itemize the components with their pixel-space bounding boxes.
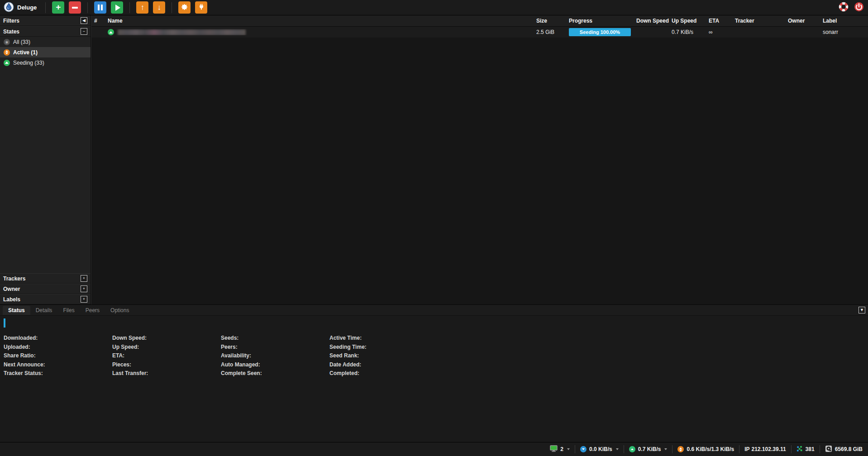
queue-up-button[interactable]: ↑ bbox=[136, 1, 148, 14]
toolbar-right-group bbox=[838, 2, 864, 13]
external-ip-indicator: IP 212.102.39.11 bbox=[739, 446, 791, 452]
connections-count: 2 bbox=[560, 446, 563, 452]
column-header-owner[interactable]: Owner bbox=[785, 18, 820, 24]
column-header-eta[interactable]: ETA bbox=[706, 18, 732, 24]
lifebuoy-icon bbox=[839, 2, 849, 13]
details-tab-bar: Status Details Files Peers Options ▼ bbox=[0, 305, 868, 316]
tab-status[interactable]: Status bbox=[3, 306, 30, 315]
filters-sidebar: Filters ◀ States − ∗ All (33) Active (1) bbox=[0, 15, 91, 304]
trackers-section-header[interactable]: Trackers + bbox=[0, 273, 91, 284]
dht-nodes-indicator[interactable]: 381 bbox=[792, 446, 820, 453]
free-space-indicator[interactable]: 6569.8 GiB bbox=[820, 445, 863, 454]
torrent-list: # Name Size Progress Down Speed Up Speed… bbox=[91, 15, 868, 304]
power-icon bbox=[854, 2, 864, 13]
sidebar-item-all[interactable]: ∗ All (33) bbox=[0, 37, 91, 47]
preferences-button[interactable] bbox=[178, 1, 191, 14]
column-header-number[interactable]: # bbox=[91, 18, 105, 24]
upload-rate-indicator[interactable]: 0.7 KiB/s bbox=[624, 446, 672, 452]
torrent-label-cell: sonarr bbox=[820, 29, 868, 35]
download-rate-indicator[interactable]: 0.0 KiB/s bbox=[575, 446, 624, 452]
updown-traffic-icon bbox=[677, 446, 684, 452]
column-header-name[interactable]: Name bbox=[105, 18, 534, 24]
states-section-header[interactable]: States − bbox=[0, 26, 91, 37]
dht-nodes-icon bbox=[796, 446, 803, 453]
collapse-sidebar-button[interactable]: ◀ bbox=[81, 17, 87, 24]
torrent-list-empty-area bbox=[91, 38, 868, 304]
plus-icon: + bbox=[83, 297, 85, 301]
help-button[interactable] bbox=[838, 2, 849, 13]
collapse-states-button[interactable]: − bbox=[81, 28, 87, 35]
tab-options[interactable]: Options bbox=[105, 306, 134, 315]
column-header-label[interactable]: Label bbox=[820, 18, 868, 24]
resume-button[interactable] bbox=[111, 1, 123, 14]
toolbar-separator bbox=[45, 2, 46, 13]
queue-down-button[interactable]: ↓ bbox=[153, 1, 165, 14]
logout-button[interactable] bbox=[854, 2, 864, 13]
minus-icon: − bbox=[83, 29, 85, 33]
column-header-down-speed[interactable]: Down Speed bbox=[634, 18, 669, 24]
app-title: Deluge bbox=[17, 4, 37, 11]
collapse-panel-button[interactable]: ▼ bbox=[858, 307, 865, 314]
tab-files[interactable]: Files bbox=[57, 306, 80, 315]
field-label-active-time: Active Time: bbox=[329, 334, 438, 343]
sidebar-item-seeding[interactable]: Seeding (33) bbox=[0, 57, 91, 68]
column-header-tracker[interactable]: Tracker bbox=[732, 18, 785, 24]
status-tab-content: Downloaded: Uploaded: Share Ratio: Next … bbox=[0, 316, 868, 442]
status-field-grid: Downloaded: Uploaded: Share Ratio: Next … bbox=[4, 334, 864, 378]
field-label-uploaded: Uploaded: bbox=[4, 343, 112, 352]
upload-icon bbox=[629, 446, 635, 452]
protocol-rate-value: 0.6 KiB/s/1.3 KiB/s bbox=[687, 446, 734, 452]
gear-icon bbox=[181, 3, 188, 12]
protocol-traffic-indicator[interactable]: 0.6 KiB/s/1.3 KiB/s bbox=[672, 446, 739, 452]
plus-icon: + bbox=[83, 287, 85, 291]
filters-title: Filters bbox=[3, 18, 19, 24]
state-item-label: Seeding (33) bbox=[13, 60, 44, 66]
play-icon bbox=[115, 5, 120, 11]
sidebar-spacer bbox=[0, 68, 91, 273]
deluge-web-ui: Deluge + ↑ ↓ bbox=[0, 0, 868, 456]
plus-icon: + bbox=[83, 276, 85, 280]
expand-trackers-button[interactable]: + bbox=[81, 275, 87, 282]
sidebar-item-active[interactable]: Active (1) bbox=[0, 47, 91, 57]
tab-details[interactable]: Details bbox=[30, 306, 58, 315]
field-label-peers: Peers: bbox=[221, 343, 329, 352]
toolbar: Deluge + ↑ ↓ bbox=[0, 0, 868, 15]
chevron-down-icon: ▼ bbox=[860, 308, 864, 312]
toolbar-separator bbox=[87, 2, 88, 13]
table-row[interactable]: 2.5 GiB Seeding 100.00% 0.7 KiB/s ∞ sona… bbox=[91, 27, 868, 38]
expand-owner-button[interactable]: + bbox=[81, 285, 87, 292]
status-column-2: Down Speed: Up Speed: ETA: Pieces: Last … bbox=[112, 334, 221, 378]
owner-section-header[interactable]: Owner + bbox=[0, 284, 91, 294]
field-label-share-ratio: Share Ratio: bbox=[4, 352, 112, 361]
arrow-down-icon: ↓ bbox=[157, 4, 162, 11]
connections-indicator[interactable]: 2 bbox=[545, 445, 575, 453]
torrent-eta-cell: ∞ bbox=[706, 29, 732, 35]
field-label-downloaded: Downloaded: bbox=[4, 334, 112, 343]
labels-section-header[interactable]: Labels + bbox=[0, 294, 91, 304]
toolbar-separator bbox=[172, 2, 172, 13]
expand-labels-button[interactable]: + bbox=[81, 296, 87, 303]
field-label-pieces: Pieces: bbox=[112, 361, 221, 370]
chevron-down-icon bbox=[567, 448, 570, 450]
trackers-title: Trackers bbox=[3, 276, 25, 282]
field-label-auto-managed: Auto Managed: bbox=[221, 361, 329, 370]
remove-torrent-button[interactable] bbox=[69, 1, 81, 14]
field-label-eta: ETA: bbox=[112, 352, 221, 361]
tab-peers[interactable]: Peers bbox=[80, 306, 105, 315]
column-header-size[interactable]: Size bbox=[534, 18, 566, 24]
torrent-size-cell: 2.5 GiB bbox=[534, 29, 566, 35]
field-label-tracker-status: Tracker Status: bbox=[4, 369, 112, 378]
add-torrent-button[interactable]: + bbox=[52, 1, 64, 14]
download-icon bbox=[580, 446, 587, 452]
all-state-icon: ∗ bbox=[4, 39, 10, 45]
column-header-progress[interactable]: Progress bbox=[566, 18, 634, 24]
pause-icon bbox=[98, 5, 103, 10]
connection-manager-button[interactable] bbox=[195, 1, 207, 14]
torrent-name-redacted bbox=[118, 29, 246, 35]
column-header-up-speed[interactable]: Up Speed bbox=[669, 18, 706, 24]
plug-icon bbox=[198, 3, 205, 12]
seeding-state-icon bbox=[4, 60, 10, 66]
dht-nodes-count: 381 bbox=[806, 446, 815, 452]
pause-button[interactable] bbox=[94, 1, 106, 14]
progress-bar-label: Seeding 100.00% bbox=[580, 29, 620, 35]
